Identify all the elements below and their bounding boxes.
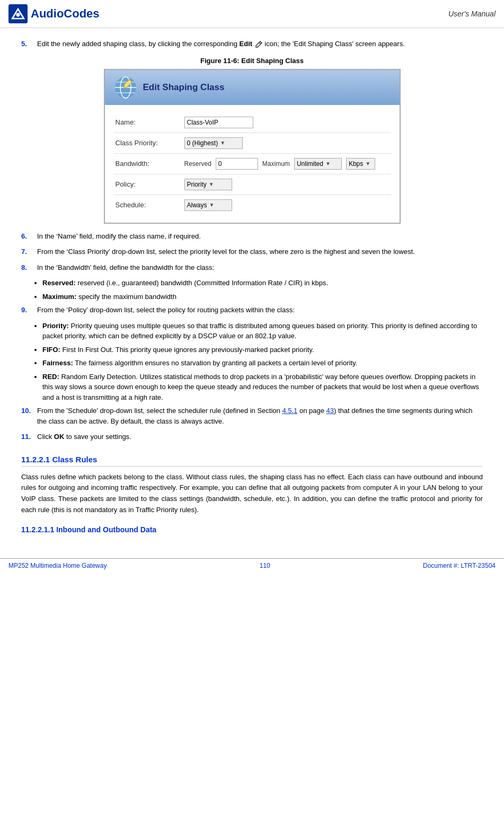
step-10-text: From the 'Schedule' drop-down list, sele… xyxy=(37,406,483,426)
class-priority-value: 0 (Highest) xyxy=(187,139,218,147)
schedule-select[interactable]: Always ▼ xyxy=(184,199,232,211)
dialog-body: Name: Class Priority: 0 (Highest) ▼ xyxy=(105,105,400,223)
form-row-schedule: Schedule: Always ▼ xyxy=(113,195,391,215)
name-label: Name: xyxy=(116,118,184,126)
step-8-number: 8. xyxy=(21,262,33,273)
step-7-number: 7. xyxy=(21,247,33,257)
dialog-header-icon xyxy=(113,75,138,100)
audiocodes-logo-icon xyxy=(8,4,28,23)
step-6-text: In the ‘Name’ field, modify the class na… xyxy=(37,231,483,242)
footer-center: 110 xyxy=(260,562,270,569)
main-content: 5. Edit the newly added shaping class, b… xyxy=(0,28,504,548)
policy-value: Priority xyxy=(187,181,207,188)
step-5-text: Edit the newly added shaping class, by c… xyxy=(37,39,483,49)
bandwidth-controls: Reserved Maximum Unlimited ▼ Kbps ▼ xyxy=(184,158,375,170)
step-6-number: 6. xyxy=(21,231,33,242)
maximum-value: Unlimited xyxy=(297,160,323,168)
footer-left: MP252 Multimedia Home Gateway xyxy=(8,562,107,569)
maximum-label: Maximum xyxy=(262,160,290,168)
step-8-bullet-1: Reserved: reserved (i.e., guaranteed) ba… xyxy=(42,278,483,288)
unit-arrow: ▼ xyxy=(365,161,370,166)
step-9-bullet-red: RED: Random Early Detection. Utilizes st… xyxy=(42,372,483,403)
unit-value: Kbps xyxy=(349,160,363,168)
step-9-bullet-priority: Priority: Priority queuing uses multiple… xyxy=(42,321,483,341)
bandwidth-label: Bandwidth: xyxy=(116,160,184,168)
class-priority-arrow: ▼ xyxy=(220,140,225,146)
class-priority-select[interactable]: 0 (Highest) ▼ xyxy=(184,137,243,149)
step-8: 8. In the ‘Bandwidth’ field, define the … xyxy=(21,262,483,273)
step-5-number: 5. xyxy=(21,39,33,49)
step-5: 5. Edit the newly added shaping class, b… xyxy=(21,39,483,49)
step-9-bullet-fairness: Fairness: The fairness algorithm ensures… xyxy=(42,358,483,368)
page-footer: MP252 Multimedia Home Gateway 110 Docume… xyxy=(0,558,504,573)
figure-container: Figure 11-6: Edit Shaping Class Edit Sha… xyxy=(21,57,483,224)
reserved-input[interactable] xyxy=(216,158,258,170)
link-page-43[interactable]: 43 xyxy=(326,407,334,415)
name-controls xyxy=(184,117,253,128)
link-section-4-5-1[interactable]: 4.5.1 xyxy=(282,407,297,415)
step-11-number: 11. xyxy=(21,432,33,442)
step-11: 11. Click OK to save your settings. xyxy=(21,432,483,442)
footer-right: Document #: LTRT-23504 xyxy=(423,562,496,569)
step-6: 6. In the ‘Name’ field, modify the class… xyxy=(21,231,483,242)
page-header: AudioCodes User's Manual xyxy=(0,0,504,28)
schedule-arrow: ▼ xyxy=(209,202,215,208)
step-8-bullet-2: Maximum: specify the maximum bandwidth xyxy=(42,292,483,302)
form-row-bandwidth: Bandwidth: Reserved Maximum Unlimited ▼ … xyxy=(113,154,391,174)
policy-label: Policy: xyxy=(116,180,184,188)
logo-text: AudioCodes xyxy=(31,7,100,21)
figure-caption: Figure 11-6: Edit Shaping Class xyxy=(21,57,483,65)
reserved-label: Reserved xyxy=(184,160,211,168)
logo-container: AudioCodes xyxy=(8,4,100,23)
step-10: 10. From the 'Schedule' drop-down list, … xyxy=(21,406,483,426)
section-inbound-outbound-heading: 11.2.2.1.1 Inbound and Outbound Data xyxy=(21,525,483,534)
step-9-bullets: Priority: Priority queuing uses multiple… xyxy=(42,321,483,403)
schedule-controls: Always ▼ xyxy=(184,199,232,211)
manual-title: User's Manual xyxy=(448,10,496,18)
section-class-rules-heading: 11.2.2.1 Class Rules xyxy=(21,455,483,467)
unit-select[interactable]: Kbps ▼ xyxy=(346,158,375,170)
schedule-label: Schedule: xyxy=(116,201,184,209)
edit-icon xyxy=(254,40,263,49)
step-8-text: In the ‘Bandwidth’ field, define the ban… xyxy=(37,262,483,273)
section-class-rules-body: Class rules define which packets belong … xyxy=(21,472,483,516)
step-9-text: From the ‘Policy’ drop-down list, select… xyxy=(37,305,483,315)
dialog-title: Edit Shaping Class xyxy=(143,82,225,93)
step-9-number: 9. xyxy=(21,305,33,315)
class-priority-controls: 0 (Highest) ▼ xyxy=(184,137,243,149)
policy-controls: Priority ▼ xyxy=(184,179,232,190)
step-11-text: Click OK to save your settings. xyxy=(37,432,483,442)
step-9: 9. From the ‘Policy’ drop-down list, sel… xyxy=(21,305,483,315)
policy-arrow: ▼ xyxy=(209,181,214,187)
class-priority-label: Class Priority: xyxy=(116,139,184,147)
step-7: 7. From the ‘Class Priority’ drop-down l… xyxy=(21,247,483,257)
maximum-select[interactable]: Unlimited ▼ xyxy=(294,158,342,170)
form-row-class-priority: Class Priority: 0 (Highest) ▼ xyxy=(113,133,391,154)
step-7-text: From the ‘Class Priority’ drop-down list… xyxy=(37,247,483,257)
dialog-header: Edit Shaping Class xyxy=(105,70,400,105)
step-9-bullet-fifo: FIFO: First In First Out. This priority … xyxy=(42,345,483,355)
step-8-bullets: Reserved: reserved (i.e., guaranteed) ba… xyxy=(42,278,483,302)
name-input[interactable] xyxy=(184,117,253,128)
policy-select[interactable]: Priority ▼ xyxy=(184,179,232,190)
svg-point-2 xyxy=(16,13,20,16)
schedule-value: Always xyxy=(187,201,207,209)
maximum-arrow: ▼ xyxy=(325,161,331,166)
edit-shaping-class-dialog: Edit Shaping Class Name: Class Priority: xyxy=(104,69,401,224)
form-row-policy: Policy: Priority ▼ xyxy=(113,174,391,195)
step-10-number: 10. xyxy=(21,406,33,426)
form-row-name: Name: xyxy=(113,112,391,133)
